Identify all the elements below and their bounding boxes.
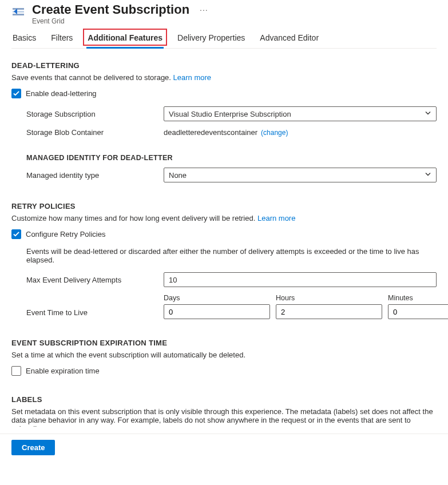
enable-dead-lettering-checkbox[interactable] bbox=[11, 89, 21, 98]
create-button[interactable]: Create bbox=[11, 440, 55, 455]
max-delivery-attempts-label: Max Event Delivery Attempts bbox=[26, 276, 157, 284]
more-actions-button[interactable]: ··· bbox=[200, 5, 208, 14]
retry-policies-description: Customize how many times and for how lon… bbox=[11, 214, 255, 222]
chevron-down-icon bbox=[425, 171, 431, 180]
dead-lettering-heading: DEAD-LETTERING bbox=[11, 61, 437, 70]
storage-subscription-value: Visual Studio Enterprise Subscription bbox=[169, 110, 291, 118]
ttl-minutes-input[interactable] bbox=[388, 304, 448, 319]
svg-rect-2 bbox=[13, 14, 24, 15]
ttl-days-input[interactable] bbox=[164, 304, 270, 319]
retry-learn-more-link[interactable]: Learn more bbox=[257, 214, 295, 222]
event-ttl-label: Event Time to Live bbox=[26, 308, 157, 319]
expiration-heading: EVENT SUBSCRIPTION EXPIRATION TIME bbox=[11, 339, 437, 347]
ttl-hours-input[interactable] bbox=[276, 304, 382, 319]
managed-identity-type-value: None bbox=[169, 171, 187, 180]
tab-bar: Basics Filters Additional Features Deliv… bbox=[11, 30, 437, 49]
ttl-hours-label: Hours bbox=[276, 294, 382, 302]
configure-retry-checkbox[interactable] bbox=[11, 229, 21, 239]
max-delivery-attempts-input[interactable] bbox=[164, 272, 437, 287]
page-subtitle: Event Grid bbox=[32, 17, 208, 25]
tab-filters[interactable]: Filters bbox=[50, 30, 74, 48]
labels-description: Set metadata on this event subscription … bbox=[11, 407, 437, 427]
retry-helper-text: Events will be dead-lettered or discarde… bbox=[26, 247, 437, 264]
dead-lettering-learn-more-link[interactable]: Learn more bbox=[173, 73, 211, 82]
tab-basics[interactable]: Basics bbox=[11, 30, 37, 48]
tab-advanced-editor[interactable]: Advanced Editor bbox=[259, 30, 320, 48]
storage-subscription-select[interactable]: Visual Studio Enterprise Subscription bbox=[164, 106, 437, 121]
enable-dead-lettering-label: Enable dead-lettering bbox=[26, 89, 97, 98]
managed-identity-heading: MANAGED IDENTITY FOR DEAD-LETTER bbox=[26, 154, 437, 162]
chevron-down-icon bbox=[425, 110, 431, 118]
storage-blob-container-value: deadletteredeventscontainer bbox=[164, 128, 257, 137]
managed-identity-type-label: Managed identity type bbox=[26, 171, 157, 180]
expiration-description: Set a time at which the event subscripti… bbox=[11, 351, 437, 359]
configure-retry-label: Configure Retry Policies bbox=[26, 230, 105, 238]
tab-label: Additional Features bbox=[88, 33, 162, 42]
retry-policies-heading: RETRY POLICIES bbox=[11, 202, 437, 210]
svg-rect-0 bbox=[13, 8, 24, 10]
page-title: Create Event Subscription bbox=[32, 2, 189, 17]
change-blob-container-link[interactable]: (change) bbox=[261, 129, 288, 137]
ttl-minutes-label: Minutes bbox=[388, 294, 448, 302]
ttl-days-label: Days bbox=[164, 294, 270, 302]
tab-additional-features[interactable]: Additional Features bbox=[86, 30, 164, 49]
dead-lettering-description: Save events that cannot be delivered to … bbox=[11, 73, 171, 82]
storage-blob-container-label: Storage Blob Container bbox=[26, 128, 157, 137]
managed-identity-type-select[interactable]: None bbox=[164, 168, 437, 182]
enable-expiration-label: Enable expiration time bbox=[26, 367, 100, 375]
storage-subscription-label: Storage Subscription bbox=[26, 110, 157, 118]
event-grid-icon bbox=[11, 5, 25, 18]
tab-delivery-properties[interactable]: Delivery Properties bbox=[176, 30, 246, 48]
enable-expiration-checkbox[interactable] bbox=[11, 366, 21, 376]
labels-heading: LABELS bbox=[11, 395, 437, 404]
